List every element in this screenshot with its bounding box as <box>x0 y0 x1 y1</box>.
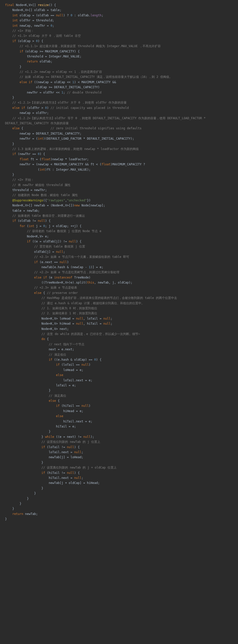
code-block: final Node<K,V>[] resize() { Node<K,V>[]… <box>5 3 233 522</box>
